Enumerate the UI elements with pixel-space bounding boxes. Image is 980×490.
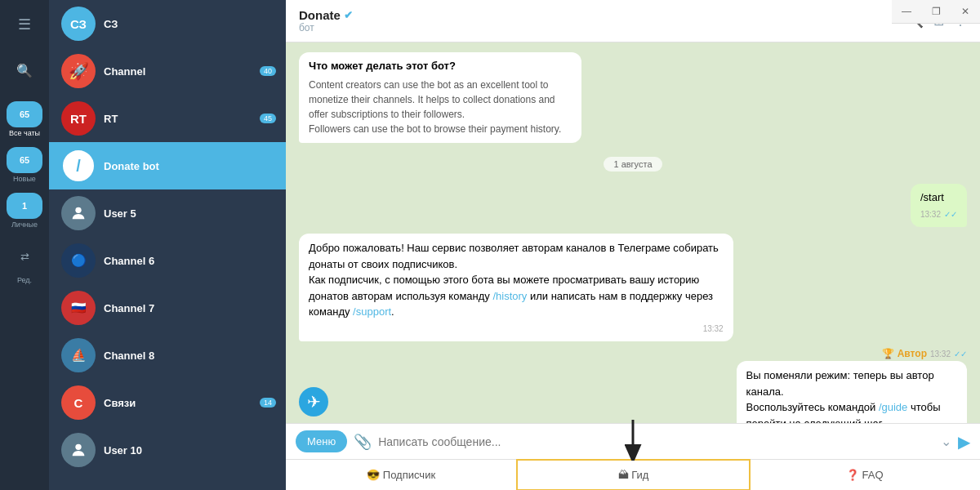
message-outgoing: /start 13:32 ✓✓: [911, 184, 967, 227]
message-text: Добро пожаловать! Наш сервис позволяет а…: [309, 240, 724, 320]
history-link[interactable]: /history: [492, 290, 527, 302]
chat-item[interactable]: ⛵ Channel 8: [49, 332, 286, 379]
svg-point-1: [75, 444, 81, 450]
chat-name: Donate ✔: [299, 8, 899, 22]
message-author-group: 🏆 Автор 13:32 ✓✓ Вы поменяли режим: тепе…: [612, 348, 967, 423]
personal-label: Личные: [11, 220, 38, 229]
verified-icon: ✔: [344, 9, 353, 21]
edit-label: Ред.: [17, 276, 32, 284]
author-sender-row: 🏆 Автор 13:32 ✓✓: [882, 348, 967, 359]
chat-badge: 40: [260, 66, 276, 76]
main-chat: — ❐ ✕ Donate ✔ бот 🔍 ⊞ ⋮: [286, 0, 980, 490]
avatar: 🚀: [61, 54, 96, 88]
date-divider: 1 августа: [299, 156, 967, 171]
all-chats-label: Все чаты: [9, 129, 40, 137]
chat-badge: 14: [260, 398, 276, 408]
avatar: С: [61, 385, 96, 420]
message-text: /start: [920, 190, 957, 206]
qr-subscriber[interactable]: 😎 Подписчик: [286, 460, 517, 490]
sidebar-menu-icon[interactable]: ☰: [7, 7, 42, 42]
menu-button[interactable]: Меню: [296, 430, 347, 452]
message-time: 13:32: [703, 323, 724, 336]
message-question: Что может делать этот бот?: [309, 59, 572, 74]
chat-info: Channel: [104, 65, 252, 78]
quick-replies: 😎 Подписчик 🏔 Гид ❓ FAQ: [286, 459, 980, 490]
chat-list: СЗ СЗ 🚀 Channel 40: [49, 0, 286, 490]
new-badge: 65: [20, 155, 29, 165]
avatar: 🔵: [61, 243, 96, 278]
chat-item[interactable]: С Связи 14: [49, 379, 286, 426]
chat-item[interactable]: 🇷🇺 Channel 7: [49, 284, 286, 332]
chat-item[interactable]: User 5: [49, 189, 286, 237]
sidebar-item-edit[interactable]: ⇄ Ред.: [7, 238, 42, 284]
minimize-button[interactable]: —: [892, 0, 921, 23]
chat-header-info: Donate ✔ бот: [299, 8, 899, 33]
chat-item[interactable]: 🚀 Channel 40: [49, 47, 286, 95]
arrow-indicator: [608, 420, 657, 461]
message-group-1: Что может делать этот бот? Content creat…: [299, 52, 733, 143]
avatar: ⛵: [61, 338, 96, 372]
chat-badge: 45: [260, 114, 276, 123]
guide-link[interactable]: /guide: [879, 401, 907, 413]
avatar: RT: [61, 101, 96, 136]
sidebar-item-new[interactable]: 65 Новые: [7, 147, 42, 183]
left-input-controls: Меню 📎: [296, 430, 372, 452]
message-bubble: Что может делать этот бот? Content creat…: [299, 52, 581, 143]
chat-items: СЗ СЗ 🚀 Channel 40: [49, 0, 286, 490]
messages-area: Что может делать этот бот? Content creat…: [286, 42, 980, 423]
chat-status: бот: [299, 22, 899, 33]
send-icon[interactable]: ▶: [958, 432, 970, 452]
avatar: СЗ: [61, 7, 96, 41]
check-icon: ✓✓: [944, 209, 957, 221]
close-button[interactable]: ✕: [951, 0, 980, 23]
avatar: [61, 196, 96, 230]
chat-info: Donate bot: [104, 160, 276, 172]
qr-guide[interactable]: 🏔 Гид: [516, 459, 750, 490]
chat-item-donate[interactable]: / Donate bot: [49, 142, 286, 189]
qr-faq[interactable]: ❓ FAQ: [750, 460, 980, 490]
personal-badge: 1: [22, 201, 27, 211]
sidebar-item-all-chats[interactable]: 65 Все чаты: [7, 101, 42, 137]
telegram-logo: ✈: [299, 387, 328, 416]
chat-info: RT: [104, 113, 252, 125]
support-link[interactable]: /support: [353, 305, 391, 318]
avatar: /: [61, 149, 96, 183]
edit-icon: ⇄: [20, 251, 29, 263]
svg-point-0: [75, 207, 81, 213]
avatar: [61, 433, 96, 467]
chat-info: СЗ: [104, 18, 276, 30]
right-input-controls: ⌄ ▶: [941, 432, 970, 452]
author-label: 🏆 Автор: [882, 348, 927, 359]
chat-item[interactable]: 🔵 Channel 6: [49, 237, 286, 284]
chat-item[interactable]: User 10: [49, 426, 286, 474]
message-bubble-author: Вы поменяли режим: теперь вы автор канал…: [737, 361, 967, 423]
sidebar-nav: ☰ 🔍 65 Все чаты 65 Новые 1: [0, 0, 49, 490]
author-time: 13:32: [930, 350, 951, 359]
attach-icon[interactable]: 📎: [354, 433, 372, 451]
avatar: 🇷🇺: [61, 291, 96, 325]
new-label: Новые: [13, 175, 36, 183]
sidebar: ☰ 🔍 65 Все чаты 65 Новые 1: [0, 0, 286, 490]
sidebar-item-personal[interactable]: 1 Личные: [7, 193, 42, 229]
chat-item[interactable]: СЗ СЗ: [49, 0, 286, 47]
window-controls: — ❐ ✕: [892, 0, 980, 24]
message-time: 13:32: [920, 209, 941, 221]
chat-item[interactable]: RT RT 45: [49, 95, 286, 142]
author-checks: ✓✓: [954, 350, 967, 359]
message-welcome: Добро пожаловать! Наш сервис позволяет а…: [299, 234, 733, 341]
scroll-icon[interactable]: ⌄: [941, 434, 951, 449]
all-chats-badge: 65: [20, 109, 29, 119]
message-answer: Content creators can use the bot as an e…: [309, 78, 572, 136]
chat-header: Donate ✔ бот 🔍 ⊞ ⋮: [286, 0, 980, 42]
message-text: Вы поменяли режим: теперь вы автор канал…: [746, 368, 957, 423]
maximize-button[interactable]: ❐: [921, 0, 951, 23]
sidebar-search-icon[interactable]: 🔍: [7, 52, 42, 88]
